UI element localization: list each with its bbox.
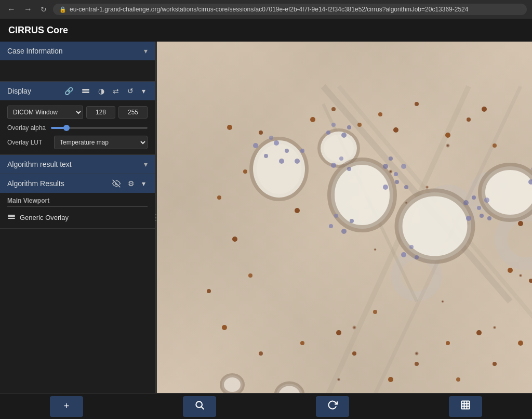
svg-point-64 xyxy=(300,149,304,153)
refresh-button[interactable] xyxy=(316,396,349,417)
svg-point-61 xyxy=(285,149,289,153)
forward-button[interactable]: → xyxy=(22,4,34,15)
main-viewport[interactable] xyxy=(157,42,532,393)
svg-point-60 xyxy=(274,140,279,146)
display-expand-btn[interactable]: ▾ xyxy=(140,86,148,96)
layers-icon-btn[interactable] xyxy=(79,86,92,96)
svg-point-49 xyxy=(493,362,497,366)
svg-point-83 xyxy=(350,219,354,223)
link-icon-btn[interactable]: 🔗 xyxy=(62,86,75,96)
algorithm-results-header: Algorithm Results ⚙ ▾ xyxy=(0,174,155,193)
viewport-section: Main Viewport Generic Overlay xyxy=(0,193,155,228)
svg-point-68 xyxy=(331,123,336,127)
svg-point-27 xyxy=(393,127,398,133)
svg-point-85 xyxy=(415,255,419,259)
svg-point-63 xyxy=(295,159,300,164)
browser-chrome: ← → ↻ 🔒 eu-central-1.grand-challenge.org… xyxy=(0,0,532,19)
algorithm-result-text-header[interactable]: Algorithm result text ▾ xyxy=(0,155,155,174)
generic-overlay-item[interactable]: Generic Overlay xyxy=(7,211,148,224)
svg-point-41 xyxy=(336,330,341,335)
case-information-title: Case Information xyxy=(7,47,63,55)
svg-point-46 xyxy=(446,341,450,345)
svg-point-86 xyxy=(409,245,414,249)
svg-rect-104 xyxy=(462,401,470,409)
display-header: Display 🔗 ◑ ⇄ ↺ ▾ xyxy=(0,82,155,100)
svg-point-28 xyxy=(357,123,362,127)
overlay-lut-select[interactable]: Temperature map Grayscale Hot metal Rain… xyxy=(54,136,148,149)
svg-point-79 xyxy=(404,185,408,189)
overlay-layers-icon xyxy=(7,213,16,222)
algorithm-result-text-section: Algorithm result text ▾ xyxy=(0,155,155,174)
eye-off-icon-btn[interactable] xyxy=(110,178,123,189)
svg-point-13 xyxy=(253,140,305,198)
svg-point-87 xyxy=(463,200,469,205)
svg-point-70 xyxy=(331,163,336,168)
overlay-alpha-row: Overlay alpha xyxy=(7,124,148,132)
case-information-header[interactable]: Case Information ▾ xyxy=(0,42,155,60)
overlay-alpha-label: Overlay alpha xyxy=(7,124,46,132)
svg-rect-6 xyxy=(8,218,15,219)
svg-point-32 xyxy=(493,143,497,148)
svg-point-24 xyxy=(310,117,315,122)
svg-point-76 xyxy=(401,164,406,169)
overlay-alpha-slider[interactable] xyxy=(51,127,148,129)
reload-button[interactable]: ↻ xyxy=(38,4,49,15)
viewport-divider xyxy=(7,206,148,207)
svg-point-48 xyxy=(456,377,460,382)
svg-point-78 xyxy=(383,185,388,190)
svg-point-37 xyxy=(207,289,211,293)
case-information-section: Case Information ▾ xyxy=(0,42,155,82)
add-button[interactable]: + xyxy=(50,396,83,417)
svg-point-69 xyxy=(347,125,351,129)
display-title: Display xyxy=(7,87,31,95)
chart-button[interactable] xyxy=(449,396,482,417)
window-center-input[interactable]: 128 xyxy=(86,106,115,119)
settings-icon-btn[interactable]: ⚙ xyxy=(126,178,137,189)
reset-icon-btn[interactable]: ↺ xyxy=(125,86,136,96)
histology-svg xyxy=(157,42,532,393)
svg-point-23 xyxy=(259,130,263,135)
swap-icon-btn[interactable]: ⇄ xyxy=(111,86,121,96)
search-button[interactable] xyxy=(183,396,216,417)
svg-point-30 xyxy=(445,133,450,138)
svg-point-102 xyxy=(196,401,202,408)
svg-point-89 xyxy=(472,195,476,200)
svg-point-50 xyxy=(518,341,523,346)
back-button[interactable]: ← xyxy=(5,4,18,15)
algorithm-results-expand-btn[interactable]: ▾ xyxy=(140,178,148,189)
svg-point-25 xyxy=(331,107,336,111)
svg-point-77 xyxy=(395,180,399,184)
alpha-slider-thumb xyxy=(63,125,70,131)
overlay-lut-row: Overlay LUT Temperature map Grayscale Ho… xyxy=(7,136,148,149)
contrast-icon-btn[interactable]: ◑ xyxy=(96,86,107,96)
algorithm-results-section: Algorithm Results ⚙ ▾ Main Viewport xyxy=(0,174,155,229)
window-width-input[interactable]: 255 xyxy=(118,106,148,119)
svg-point-54 xyxy=(518,221,523,226)
svg-point-84 xyxy=(401,252,406,257)
svg-point-72 xyxy=(339,156,343,161)
histology-image xyxy=(157,42,532,393)
lock-icon: 🔒 xyxy=(59,6,66,13)
svg-point-52 xyxy=(529,279,532,283)
svg-point-42 xyxy=(373,310,377,314)
svg-point-92 xyxy=(466,216,471,221)
svg-point-75 xyxy=(389,156,393,161)
overlay-lut-label: Overlay LUT xyxy=(7,139,42,146)
svg-point-57 xyxy=(295,208,300,213)
svg-point-80 xyxy=(329,224,333,228)
svg-point-59 xyxy=(264,154,268,158)
svg-rect-0 xyxy=(82,89,89,90)
svg-point-31 xyxy=(467,117,471,122)
generic-overlay-text: Generic Overlay xyxy=(20,214,69,221)
svg-point-40 xyxy=(300,341,304,345)
svg-point-26 xyxy=(378,112,382,116)
dicom-window-select[interactable]: DICOM Window xyxy=(7,106,83,119)
svg-point-22 xyxy=(227,125,232,130)
svg-point-45 xyxy=(415,362,419,366)
display-section: Display 🔗 ◑ ⇄ ↺ ▾ DICOM W xyxy=(0,82,155,155)
chart-icon xyxy=(460,400,471,413)
address-bar[interactable]: 🔒 eu-central-1.grand-challenge.org/works… xyxy=(53,4,527,15)
case-information-chevron: ▾ xyxy=(144,47,148,55)
add-icon: + xyxy=(64,401,70,412)
svg-point-71 xyxy=(347,167,351,171)
